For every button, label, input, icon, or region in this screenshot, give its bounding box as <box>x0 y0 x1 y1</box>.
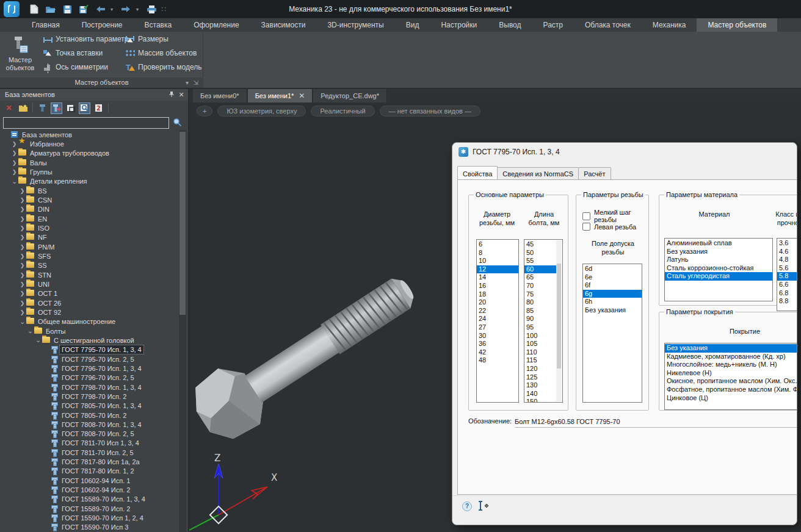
tree-item[interactable]: ГОСТ 15590-70 Исп 3 <box>0 523 178 532</box>
tree-item[interactable]: ГОСТ 7795-70 Исп. 2, 5 <box>0 354 178 364</box>
element-view-icon[interactable] <box>37 102 48 114</box>
document-tab[interactable]: Редуктор_CE.dwg* ✕ <box>313 89 387 102</box>
tree-item[interactable]: ГОСТ 7817-80 Исп. 1, 2 <box>0 467 178 476</box>
expander-icon[interactable] <box>18 225 26 231</box>
tree-item[interactable]: Избранное <box>0 139 178 148</box>
coating-list[interactable]: Без указанияКадмиевое, хроматированное (… <box>664 343 797 410</box>
list-option[interactable]: 110 <box>524 348 556 357</box>
preview-icon[interactable] <box>79 102 90 114</box>
expander-icon[interactable] <box>34 336 42 344</box>
list-option[interactable]: 4.6 <box>777 248 797 256</box>
list-option[interactable]: 6g <box>583 290 642 298</box>
tree-item[interactable]: ГОСТ 7811-70 Исп. 2, 5 <box>0 448 178 457</box>
list-option[interactable]: 6e <box>583 273 642 282</box>
tree-item[interactable]: ОСТ 1 <box>0 289 178 298</box>
tolerance-list[interactable]: 6d6e6f6g6hБез указания <box>582 264 642 403</box>
list-option[interactable]: 30 <box>477 332 518 340</box>
list-option[interactable]: 3.6 <box>777 239 797 248</box>
checkbox-row[interactable]: Левая резьба <box>582 223 636 231</box>
tree-item[interactable]: ГОСТ 7805-70 Исп. 1, 3, 4 <box>0 401 178 411</box>
list-option[interactable]: 4.8 <box>777 256 797 264</box>
list-option[interactable]: 100 <box>524 332 556 340</box>
new-folder-icon[interactable] <box>17 102 29 114</box>
tree-item[interactable]: ГОСТ 7795-70 Исп. 1, 3, 4 <box>0 345 178 354</box>
ribbon-tab[interactable]: Вид <box>395 18 430 32</box>
tree-item[interactable]: ГОСТ 7811-70 Исп 1, 3, 4 <box>0 439 178 448</box>
list-option[interactable]: 45 <box>524 240 556 249</box>
ribbon-tab[interactable]: Облака точек <box>574 18 642 32</box>
tree-item[interactable]: NF <box>0 233 178 242</box>
tree-item[interactable]: ГОСТ 7817-80 Исп 1а, 2а <box>0 457 178 466</box>
list-option[interactable]: 6 <box>477 240 518 249</box>
list-option[interactable]: 12 <box>477 265 518 274</box>
expander-icon[interactable] <box>18 216 26 222</box>
tree-scrollbar[interactable] <box>179 130 186 532</box>
tree-item[interactable]: DIN <box>0 205 178 214</box>
expander-icon[interactable] <box>10 160 18 166</box>
ribbon-tab[interactable]: Настройки <box>430 18 488 32</box>
normacs-icon[interactable]: 2 <box>93 102 104 114</box>
document-tab[interactable]: Без имени0* ✕ <box>193 89 247 102</box>
list-option[interactable]: 60 <box>524 265 556 274</box>
ribbon-button[interactable]: Проверить модель <box>125 61 202 73</box>
tree-item[interactable]: EN <box>0 214 178 223</box>
tree-item[interactable]: CSN <box>0 195 178 204</box>
list-option[interactable]: 27 <box>477 323 518 332</box>
tree-item[interactable]: ГОСТ 15589-70 Исп. 2 <box>0 504 178 513</box>
tree-item[interactable]: ГОСТ 7808-70 Исп. 1, 3, 4 <box>0 420 178 429</box>
ribbon-button[interactable]: Точка вставки <box>43 47 103 59</box>
list-option[interactable]: 150 <box>524 398 556 403</box>
list-option[interactable]: 42 <box>477 348 518 357</box>
tree-item[interactable]: SFS <box>0 251 178 261</box>
list-option[interactable]: Латунь <box>665 256 772 264</box>
list-option[interactable]: 10 <box>477 257 518 265</box>
search-icon[interactable] <box>173 118 182 129</box>
list-option[interactable]: 105 <box>524 340 556 348</box>
ucs-axes-icon[interactable]: Z X <box>189 440 293 532</box>
expander-icon[interactable] <box>18 188 26 194</box>
strength-class-list[interactable]: 3.64.64.85.65.86.66.88.8 <box>777 238 797 311</box>
list-option[interactable]: 5.6 <box>777 264 797 273</box>
ribbon-panel-footer[interactable]: Мастер объектов ▾ ⇲ <box>0 77 203 88</box>
tree-item[interactable]: ISO <box>0 223 178 232</box>
list-option[interactable]: 6f <box>583 281 642 290</box>
tree-item[interactable]: UNI <box>0 279 178 289</box>
list-option[interactable]: 95 <box>524 323 556 332</box>
list-option[interactable]: Без указания <box>665 344 797 353</box>
list-option[interactable]: Без указания <box>665 248 772 256</box>
tree-item[interactable]: Общее машиностроение <box>0 317 178 326</box>
list-option[interactable]: Цинковое (Ц) <box>665 394 797 403</box>
tree-item[interactable]: ГОСТ 15590-70 Исп 1, 2, 4 <box>0 513 178 522</box>
viewport-control[interactable]: + <box>197 106 212 117</box>
list-option[interactable]: 80 <box>524 298 556 307</box>
tree-item[interactable]: ГОСТ 7798-70 Исп. 1, 3, 4 <box>0 383 178 392</box>
length-list[interactable]: 4550556065707580859095100105110115120125… <box>524 239 563 403</box>
ribbon-button[interactable]: Размеры <box>125 33 169 45</box>
bolt-3d-model[interactable] <box>192 258 455 459</box>
list-option[interactable]: 65 <box>524 273 556 282</box>
list-option[interactable]: Окисное, пропитанное маслом (Хим. Окс. <box>665 377 797 386</box>
list-option[interactable]: 8.8 <box>777 297 797 306</box>
expander-icon[interactable] <box>10 178 18 185</box>
expander-icon[interactable] <box>18 290 26 297</box>
list-option[interactable]: 125 <box>524 373 556 382</box>
model-viewport[interactable]: +ЮЗ изометрия, сверхуРеалистичный— нет с… <box>189 102 801 532</box>
overlay-mode-icon[interactable] <box>65 102 76 114</box>
expander-icon[interactable] <box>10 169 18 175</box>
expander-icon[interactable] <box>18 244 26 250</box>
checkbox-row[interactable]: Мелкий шаг резьбы <box>582 209 648 223</box>
list-option[interactable]: 75 <box>524 290 556 299</box>
insertion-point-icon[interactable] <box>477 500 489 514</box>
tree-item[interactable]: ОСТ 92 <box>0 307 178 317</box>
list-option[interactable]: 18 <box>477 290 518 299</box>
tree-item[interactable]: ГОСТ 7796-70 Исп. 2, 5 <box>0 373 178 383</box>
tree-item[interactable]: Детали крепления <box>0 177 178 186</box>
object-wizard-button[interactable]: Мастер объектов <box>2 34 38 77</box>
dialog-title-bar[interactable]: ✱ ГОСТ 7795-70 Исп. 1, 3, 4 <box>452 143 797 161</box>
expander-icon[interactable] <box>18 234 26 240</box>
ribbon-button[interactable]: Массив объектов <box>125 47 197 59</box>
expander-icon[interactable] <box>18 300 26 306</box>
tree-item[interactable]: Арматура трубопроводов <box>0 149 178 158</box>
list-option[interactable]: Без указания <box>583 306 642 315</box>
checkbox[interactable] <box>582 223 590 231</box>
